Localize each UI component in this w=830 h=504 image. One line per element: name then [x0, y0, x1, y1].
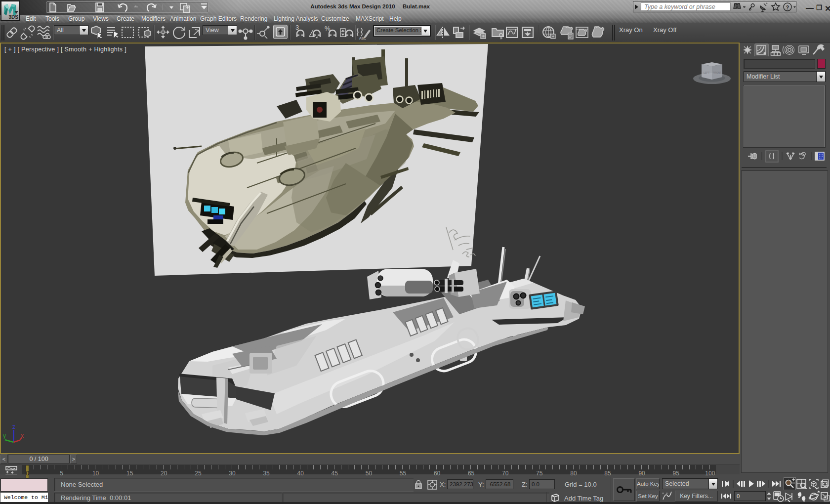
svg-text:LEFT: LEFT — [704, 71, 709, 74]
svg-text:ABC: ABC — [359, 37, 366, 40]
svg-text:y: y — [3, 432, 6, 439]
svg-text:x: x — [21, 432, 24, 439]
svg-text:z: z — [12, 423, 15, 430]
svg-text:FRONT: FRONT — [713, 71, 721, 74]
svg-text:%: % — [325, 25, 331, 32]
svg-text:?: ? — [786, 4, 789, 10]
svg-text:3: 3 — [295, 24, 299, 31]
